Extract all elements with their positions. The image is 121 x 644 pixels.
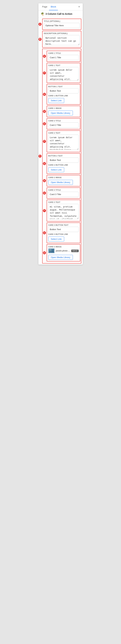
section-c: C E CARD 1 TITLE F CARD 1 TEXT Lore: [42, 48, 81, 264]
badge-d-3: D: [43, 251, 46, 254]
section-a: A TITLE (OPTIONAL): [42, 19, 81, 30]
badge-d-2: D: [43, 179, 46, 182]
svg-point-3: [49, 250, 50, 250]
card1-btn-link-label: CARD 1 BUTTON LINK: [48, 95, 79, 97]
card2-image-label: CARD 2 IMAGE: [48, 176, 79, 178]
card1-title-label: CARD 1 TITLE: [48, 52, 79, 54]
badge-f-1: F: [43, 72, 46, 74]
block-title: 3 Column Call to Action: [46, 12, 72, 15]
section-g-3: G CARD 3 BUTTON TEXT CARD 3 BUTTON LINK …: [47, 222, 80, 243]
section-f-2: F CARD 2 TEXT Lorem ipsum dolor sit amet…: [47, 130, 80, 152]
section-f-3: F CARD 3 TEXT mi vitae, pretium augue. P…: [47, 200, 80, 222]
section-e-2: E CARD 2 TITLE: [47, 118, 80, 130]
badge-e-3: E: [43, 192, 46, 194]
badge-f-3: F: [43, 209, 46, 212]
card2-text-label: CARD 2 TEXT: [48, 132, 79, 134]
description-label: DESCRIPTION (OPTIONAL): [44, 32, 80, 34]
block-title-row: 🌴 3 Column Call to Action: [38, 10, 83, 18]
card2-select-link-button[interactable]: Select Link: [48, 167, 64, 172]
title-label: TITLE (OPTIONAL): [44, 20, 80, 22]
card3-btn-text-label: CARD 3 BUTTON TEXT: [48, 224, 79, 226]
card3-image-preview: pexels-photo-... IMAGE: [48, 248, 79, 253]
card1-select-link-button[interactable]: Select Link: [48, 98, 64, 103]
card3-title-label: CARD 3 TITLE: [48, 189, 79, 191]
badge-c: C: [38, 154, 41, 158]
card3-image-label: CARD 3 IMAGE: [48, 246, 79, 248]
badge-g-2: G: [43, 162, 46, 165]
tab-page[interactable]: Page: [40, 4, 49, 10]
section-g-1: G BUTTON 1 TEXT CARD 1 BUTTON LINK Selec…: [47, 84, 80, 105]
card1-image-label: CARD 1 IMAGE: [48, 107, 79, 109]
panel: Page Block × 🌴 3 Column Call to Action A…: [38, 4, 83, 264]
badge-b: B: [38, 38, 41, 41]
badge-a: A: [38, 23, 41, 26]
card1-text-label: CARD 1 TEXT: [48, 64, 79, 66]
description-input[interactable]: Optional section description text can go…: [44, 35, 80, 45]
card3-title-input[interactable]: [48, 192, 79, 197]
block-icon: 🌴: [40, 12, 44, 16]
card1-open-media-button[interactable]: Open Media Library: [48, 110, 73, 116]
close-button[interactable]: ×: [78, 4, 81, 9]
card3-open-media-button[interactable]: Open Media Library: [48, 255, 73, 260]
card2-title-label: CARD 2 TITLE: [48, 120, 79, 122]
card3-image-badge: IMAGE: [71, 250, 79, 252]
card2-btn-text-label: BUTTON 2 TEXT: [48, 155, 79, 157]
card2-open-media-button[interactable]: Open Media Library: [48, 180, 73, 185]
card1-title-input[interactable]: [48, 55, 79, 60]
section-d-2: D CARD 2 IMAGE Open Media Library: [47, 175, 80, 186]
section-e-1: E CARD 1 TITLE: [47, 51, 80, 62]
card3-select-link-button[interactable]: Select Link: [48, 236, 64, 242]
badge-e-1: E: [43, 55, 46, 58]
panel-header: Page Block ×: [38, 4, 83, 10]
card1-btn-text-label: BUTTON 1 TEXT: [48, 86, 79, 88]
badge-g-1: G: [43, 93, 46, 96]
card2-btn-link-label: CARD 2 BUTTON LINK: [48, 164, 79, 166]
card3-text-input[interactable]: mi vitae, pretium augue. Pellentesque si…: [48, 204, 79, 219]
card3-text-label: CARD 3 TEXT: [48, 201, 79, 203]
panel-content: A TITLE (OPTIONAL) B DESCRIPTION (OPTION…: [38, 18, 83, 264]
card1-btn-text-input[interactable]: [48, 88, 79, 94]
badge-f-2: F: [43, 140, 46, 143]
section-b: B DESCRIPTION (OPTIONAL) Optional sectio…: [42, 31, 81, 48]
badge-g-3: G: [43, 231, 46, 234]
section-d-3: D CARD 3 IMAGE: [47, 244, 80, 262]
section-g-2: G BUTTON 2 TEXT CARD 2 BUTTON LINK Selec…: [47, 153, 80, 174]
tab-block[interactable]: Block: [49, 4, 58, 10]
section-f-1: F CARD 1 TEXT Lorem ipsum dolor sit amet…: [47, 63, 80, 83]
section-e-3: E CARD 3 TITLE: [47, 188, 80, 199]
card3-image-thumb: [48, 248, 54, 253]
card1-text-input[interactable]: Lorem ipsum dolor sit amet, consectetur …: [48, 67, 79, 80]
card3-image-filename: pexels-photo-...: [56, 250, 70, 252]
card2-btn-text-input[interactable]: [48, 158, 79, 163]
card3-btn-text-input[interactable]: [48, 227, 79, 232]
badge-e-2: E: [43, 122, 46, 125]
card3-btn-link-label: CARD 3 BUTTON LINK: [48, 233, 79, 235]
badge-d-1: D: [43, 110, 46, 113]
section-d-1: D CARD 1 IMAGE Open Media Library: [47, 106, 80, 117]
title-input[interactable]: [44, 23, 80, 28]
card2-title-input[interactable]: [48, 122, 79, 128]
card2-text-input[interactable]: Lorem ipsum dolor sit amet, consectetur …: [48, 135, 79, 150]
